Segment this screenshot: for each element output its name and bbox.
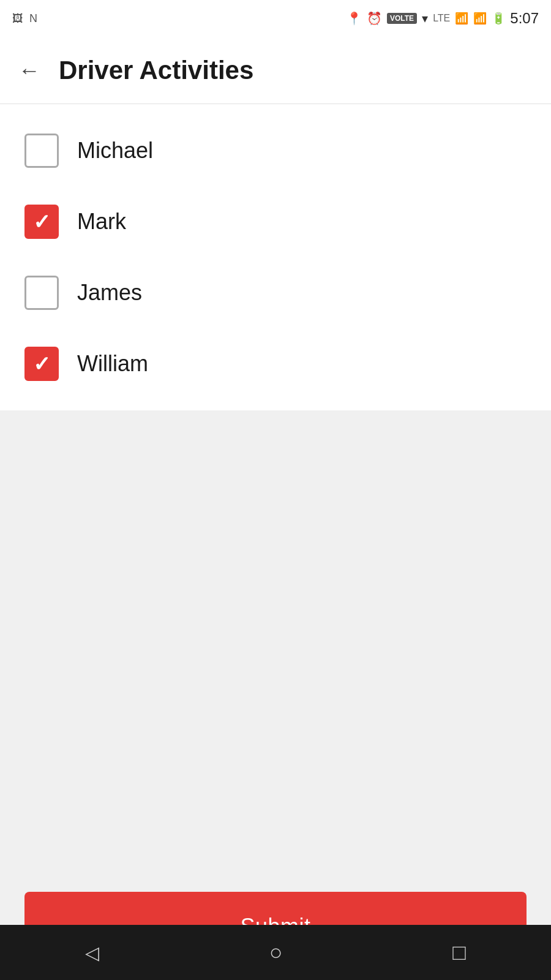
checkbox-michael[interactable] [24, 134, 59, 168]
nav-back-button[interactable]: ◁ [85, 942, 99, 963]
back-button[interactable]: ← [18, 59, 40, 81]
signal-icon-1: 📶 [455, 12, 468, 25]
alarm-icon: ⏰ [367, 11, 382, 26]
photo-icon: 🖼 [12, 12, 23, 25]
driver-label-james: James [77, 280, 142, 306]
driver-label-mark: Mark [77, 209, 126, 235]
status-time: 5:07 [510, 10, 539, 27]
signal-icon-2: 📶 [473, 12, 487, 25]
empty-area [0, 410, 551, 873]
nav-bar: ◁ ○ □ [0, 925, 551, 980]
nav-home-button[interactable]: ○ [269, 940, 283, 965]
notification-icon: N [29, 12, 37, 25]
driver-label-william: William [77, 351, 148, 377]
driver-item-james[interactable]: James [0, 258, 551, 327]
location-icon: 📍 [347, 11, 362, 26]
checkbox-james[interactable] [24, 276, 59, 310]
status-bar: 🖼 N 📍 ⏰ VOLTE ▾ LTE 📶 📶 🔋 5:07 [0, 0, 551, 37]
checkbox-william[interactable] [24, 347, 59, 381]
page: 🖼 N 📍 ⏰ VOLTE ▾ LTE 📶 📶 🔋 5:07 ← Driver … [0, 0, 551, 980]
driver-item-mark[interactable]: Mark [0, 187, 551, 256]
driver-label-michael: Michael [77, 138, 153, 164]
status-bar-right: 📍 ⏰ VOLTE ▾ LTE 📶 📶 🔋 5:07 [347, 10, 539, 27]
status-bar-left: 🖼 N [12, 12, 37, 25]
driver-item-william[interactable]: William [0, 330, 551, 398]
driver-list: Michael Mark James William [0, 104, 551, 410]
app-bar: ← Driver Activities [0, 37, 551, 104]
driver-item-michael[interactable]: Michael [0, 116, 551, 185]
battery-icon: 🔋 [492, 12, 505, 25]
wifi-icon: ▾ [422, 11, 428, 26]
main-content: Michael Mark James William Submit [0, 104, 551, 980]
lte-label: LTE [433, 13, 450, 24]
nav-recent-button[interactable]: □ [452, 940, 466, 965]
volte-badge: VOLTE [387, 13, 417, 24]
page-title: Driver Activities [59, 56, 253, 85]
checkbox-mark[interactable] [24, 205, 59, 239]
